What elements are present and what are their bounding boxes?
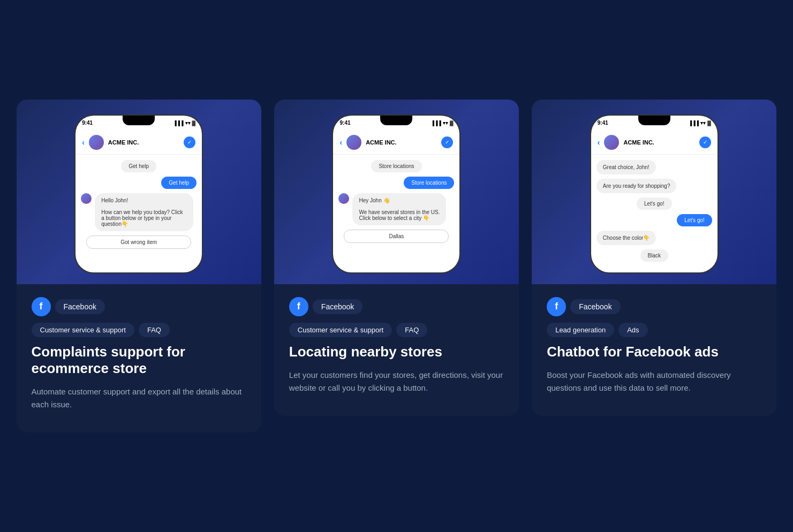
card-3: 9:41 ▐▐▐ ▾▾ ▓ ‹ ACME INC. ✓ Great choice… xyxy=(532,100,776,416)
company-title: ACME INC. xyxy=(108,139,179,146)
category-tag: Lead generation xyxy=(547,323,614,337)
chat-bubble-right: Let's go! xyxy=(677,214,712,226)
bot-avatar xyxy=(81,193,92,204)
platform-label: Facebook xyxy=(313,299,362,314)
verified-badge: ✓ xyxy=(184,136,195,148)
chat-action-button[interactable]: Dallas xyxy=(344,230,449,243)
platform-label: Facebook xyxy=(55,299,105,314)
battery-icon: ▓ xyxy=(707,120,711,126)
card-1: 9:41 ▐▐▐ ▾▾ ▓ ‹ ACME INC. ✓ Get helpGet … xyxy=(17,100,261,432)
cards-container: 9:41 ▐▐▐ ▾▾ ▓ ‹ ACME INC. ✓ Get helpGet … xyxy=(17,100,777,432)
battery-icon: ▓ xyxy=(450,120,454,126)
signal-icon: ▐▐▐ xyxy=(689,120,699,126)
signal-icon: ▐▐▐ xyxy=(431,120,441,126)
chat-bubble-left: Choose the color👇 xyxy=(596,231,656,245)
back-arrow-icon[interactable]: ‹ xyxy=(598,138,600,147)
time-display: 9:41 xyxy=(339,120,350,126)
category-tag: FAQ xyxy=(139,323,170,337)
back-arrow-icon[interactable]: ‹ xyxy=(82,138,85,147)
chat-bubble-center: Black xyxy=(640,249,668,262)
wifi-icon: ▾▾ xyxy=(443,120,448,126)
card-description: Let your customers find your stores, get… xyxy=(289,369,504,394)
card-content: fFacebookCustomer service & supportFAQLo… xyxy=(274,284,519,394)
facebook-icon: f xyxy=(32,297,51,316)
phone-2: 9:41 ▐▐▐ ▾▾ ▓ ‹ ACME INC. ✓ Store locati… xyxy=(332,115,460,273)
platform-tag: fFacebook xyxy=(289,297,362,316)
category-tag: Customer service & support xyxy=(32,323,134,337)
back-arrow-icon[interactable]: ‹ xyxy=(339,138,342,147)
platform-label: Facebook xyxy=(570,299,620,314)
phone-wrapper-3: 9:41 ▐▐▐ ▾▾ ▓ ‹ ACME INC. ✓ Great choice… xyxy=(532,100,776,284)
chat-bubble-left: Great choice, John! xyxy=(596,160,656,174)
chat-area: Get helpGet helpHello John! How can we h… xyxy=(75,155,202,272)
chat-bubble-center: Store locations xyxy=(371,160,421,172)
card-2: 9:41 ▐▐▐ ▾▾ ▓ ‹ ACME INC. ✓ Store locati… xyxy=(274,100,519,416)
chat-area: Great choice, John!Are you ready for sho… xyxy=(591,155,718,272)
chat-bubble-left: Hey John 👋 We have several stores in the… xyxy=(352,193,446,225)
wifi-icon: ▾▾ xyxy=(185,120,191,126)
chat-bubble-center: Get help xyxy=(121,160,156,172)
card-description: Automate customer support and export all… xyxy=(32,385,246,411)
tags-row: fFacebook xyxy=(32,297,246,316)
phone-3: 9:41 ▐▐▐ ▾▾ ▓ ‹ ACME INC. ✓ Great choice… xyxy=(590,115,719,273)
avatar xyxy=(89,135,104,150)
time-display: 9:41 xyxy=(82,120,93,126)
status-icons: ▐▐▐ ▾▾ ▓ xyxy=(431,120,454,126)
tags-row: fFacebook xyxy=(547,297,761,316)
bot-message-row: Hey John 👋 We have several stores in the… xyxy=(338,193,454,225)
phone-wrapper-2: 9:41 ▐▐▐ ▾▾ ▓ ‹ ACME INC. ✓ Store locati… xyxy=(274,100,519,284)
chat-bubble-right: Get help xyxy=(161,177,197,189)
chat-action-button[interactable]: Got wrong item xyxy=(86,235,191,249)
chat-area: Store locationsStore locationsHey John 👋… xyxy=(333,155,459,272)
time-display: 9:41 xyxy=(598,120,608,126)
category-tags-row: Customer service & supportFAQ xyxy=(289,323,504,337)
signal-icon: ▐▐▐ xyxy=(173,120,183,126)
facebook-icon: f xyxy=(547,297,566,316)
avatar xyxy=(346,135,361,150)
phone-wrapper-1: 9:41 ▐▐▐ ▾▾ ▓ ‹ ACME INC. ✓ Get helpGet … xyxy=(17,100,261,284)
category-tag: FAQ xyxy=(396,323,427,337)
card-content: fFacebookLead generationAdsChatbot for F… xyxy=(532,284,776,394)
phone-1: 9:41 ▐▐▐ ▾▾ ▓ ‹ ACME INC. ✓ Get helpGet … xyxy=(74,115,203,273)
card-title: Locating nearby stores xyxy=(289,344,504,360)
platform-tag: fFacebook xyxy=(547,297,620,316)
platform-tag: fFacebook xyxy=(32,297,105,316)
chat-bubble-left: Hello John! How can we help you today? C… xyxy=(95,193,193,231)
battery-icon: ▓ xyxy=(192,120,196,126)
category-tag: Ads xyxy=(618,323,647,337)
category-tags-row: Customer service & supportFAQ xyxy=(32,323,246,337)
company-title: ACME INC. xyxy=(366,139,437,146)
card-description: Boost your Facebook ads with automated d… xyxy=(547,369,761,394)
company-title: ACME INC. xyxy=(623,139,694,146)
chat-bubble-right: Store locations xyxy=(404,177,454,189)
avatar xyxy=(604,135,619,150)
chat-bubble-center: Let's go! xyxy=(637,197,672,210)
facebook-icon: f xyxy=(289,297,308,316)
tags-row: fFacebook xyxy=(289,297,504,316)
wifi-icon: ▾▾ xyxy=(700,120,706,126)
card-content: fFacebookCustomer service & supportFAQCo… xyxy=(17,284,261,411)
status-icons: ▐▐▐ ▾▾ ▓ xyxy=(689,120,711,126)
status-icons: ▐▐▐ ▾▾ ▓ xyxy=(173,120,195,126)
verified-badge: ✓ xyxy=(699,136,711,148)
card-title: Chatbot for Facebook ads xyxy=(547,344,761,360)
verified-badge: ✓ xyxy=(441,136,453,148)
category-tags-row: Lead generationAds xyxy=(547,323,761,337)
chat-bubble-left: Are you ready for shopping? xyxy=(596,179,677,193)
category-tag: Customer service & support xyxy=(289,323,392,337)
bot-avatar xyxy=(338,193,349,204)
bot-message-row: Hello John! How can we help you today? C… xyxy=(81,193,197,231)
card-title: Complaints support for ecommerce store xyxy=(32,344,246,377)
